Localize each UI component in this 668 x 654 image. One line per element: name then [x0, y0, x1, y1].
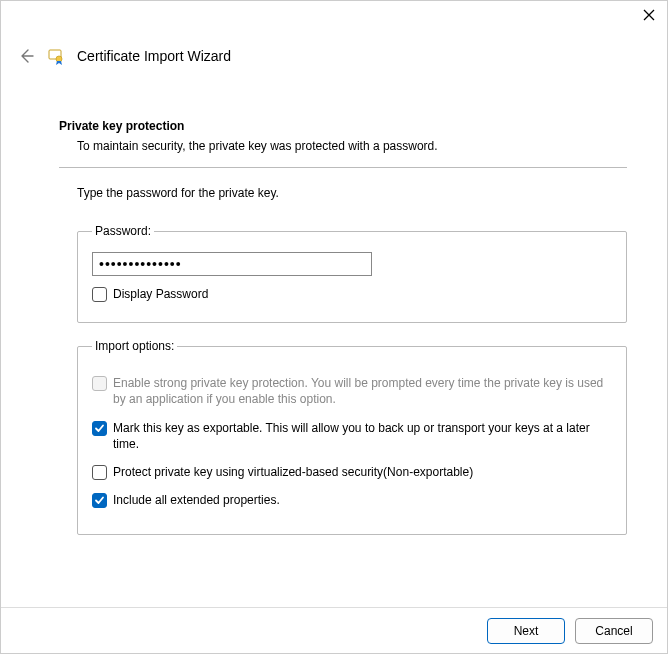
- close-icon[interactable]: [641, 7, 657, 23]
- wizard-header: Certificate Import Wizard: [1, 35, 667, 71]
- instruction-text: Type the password for the private key.: [77, 186, 627, 200]
- option-vbs-protect-checkbox[interactable]: [92, 465, 107, 480]
- import-options-legend: Import options:: [92, 339, 177, 353]
- option-exportable[interactable]: Mark this key as exportable. This will a…: [92, 420, 612, 452]
- option-exportable-checkbox[interactable]: [92, 421, 107, 436]
- import-options-group: Import options: Enable strong private ke…: [77, 339, 627, 535]
- section-heading: Private key protection: [59, 119, 627, 133]
- option-vbs-protect-label: Protect private key using virtualized-ba…: [113, 464, 473, 480]
- password-group: Password: Display Password: [77, 224, 627, 323]
- next-button[interactable]: Next: [487, 618, 565, 644]
- content-area: Private key protection To maintain secur…: [1, 71, 667, 535]
- password-legend: Password:: [92, 224, 154, 238]
- display-password-row[interactable]: Display Password: [92, 286, 612, 302]
- option-exportable-label: Mark this key as exportable. This will a…: [113, 420, 612, 452]
- password-input[interactable]: [92, 252, 372, 276]
- wizard-title: Certificate Import Wizard: [77, 48, 231, 64]
- option-extended-props-label: Include all extended properties.: [113, 492, 280, 508]
- certificate-icon: [47, 47, 65, 65]
- title-bar: [1, 1, 667, 35]
- option-vbs-protect[interactable]: Protect private key using virtualized-ba…: [92, 464, 612, 480]
- option-extended-props-checkbox[interactable]: [92, 493, 107, 508]
- display-password-checkbox[interactable]: [92, 287, 107, 302]
- option-strong-protection: Enable strong private key protection. Yo…: [92, 375, 612, 407]
- option-extended-props[interactable]: Include all extended properties.: [92, 492, 612, 508]
- cancel-button[interactable]: Cancel: [575, 618, 653, 644]
- divider: [59, 167, 627, 168]
- display-password-label: Display Password: [113, 286, 208, 302]
- option-strong-protection-label: Enable strong private key protection. Yo…: [113, 375, 612, 407]
- option-strong-protection-checkbox: [92, 376, 107, 391]
- footer: Next Cancel: [1, 607, 667, 653]
- back-arrow-icon[interactable]: [17, 47, 35, 65]
- section-subtext: To maintain security, the private key wa…: [77, 139, 627, 153]
